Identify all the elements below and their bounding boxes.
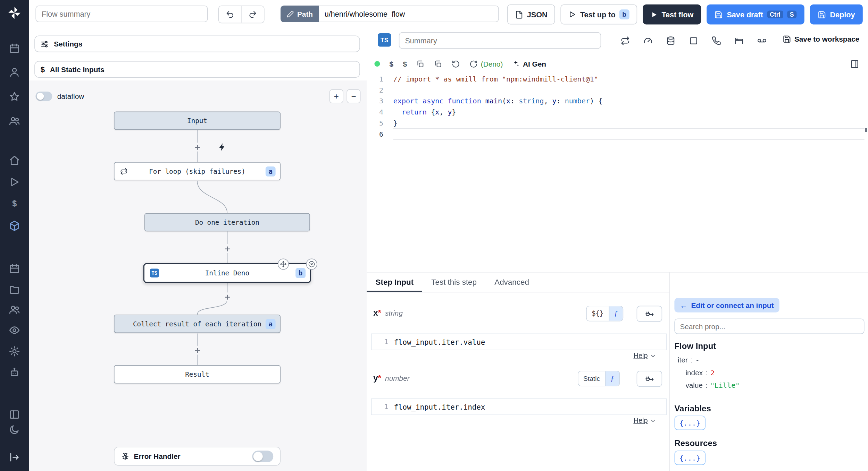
- function-mode-option[interactable]: ƒ: [605, 371, 619, 386]
- json-button-label: JSON: [527, 10, 548, 19]
- ai-gen-label: AI Gen: [523, 60, 546, 68]
- square-icon[interactable]: [686, 33, 701, 48]
- node-collect-result[interactable]: Collect result of each iteration a: [114, 315, 281, 333]
- delete-node-button[interactable]: [306, 259, 317, 270]
- add-step-button[interactable]: [223, 244, 232, 253]
- docs-book-icon[interactable]: [847, 57, 862, 71]
- settings-gear-icon[interactable]: [9, 346, 20, 357]
- voicemail-icon[interactable]: [754, 33, 769, 48]
- reload-runtime-button[interactable]: (Deno): [470, 60, 503, 68]
- json-button[interactable]: JSON: [507, 5, 555, 25]
- phone-icon[interactable]: [709, 33, 724, 48]
- redo-button[interactable]: [241, 6, 264, 23]
- windmill-logo-icon[interactable]: [7, 6, 22, 20]
- node-result[interactable]: Result: [114, 365, 281, 384]
- chevron-down-icon: [650, 418, 656, 424]
- add-step-button[interactable]: [223, 292, 232, 301]
- trigger-bolt-icon[interactable]: [218, 143, 227, 152]
- path-edit-button[interactable]: Path: [281, 6, 319, 22]
- eye-icon[interactable]: [9, 325, 20, 336]
- copy-icon[interactable]: [434, 60, 442, 68]
- variables-dollar-icon[interactable]: $: [9, 198, 20, 209]
- prop-row-iter[interactable]: iter:-: [678, 356, 700, 364]
- node-input[interactable]: Input: [114, 112, 281, 130]
- field-x-connect-button[interactable]: [637, 306, 662, 322]
- team-icon[interactable]: [9, 304, 20, 315]
- field-y-help-link[interactable]: Help: [633, 417, 656, 425]
- star-icon[interactable]: [9, 91, 20, 102]
- user-icon[interactable]: [9, 67, 20, 78]
- add-step-button[interactable]: [193, 346, 202, 355]
- flow-summary-input[interactable]: [35, 6, 208, 22]
- step-summary-input[interactable]: [399, 32, 601, 49]
- edit-or-connect-button[interactable]: ← Edit or connect an input: [674, 298, 779, 312]
- node-do-one-iteration[interactable]: Do one iteration: [144, 213, 310, 231]
- tab-advanced[interactable]: Advanced: [486, 273, 538, 292]
- error-handler-label: Error Handler: [134, 452, 181, 460]
- database-icon[interactable]: [663, 33, 678, 48]
- overview-ruler-mark: [865, 128, 867, 132]
- prop-row-value[interactable]: value:"Lille": [685, 381, 740, 389]
- plug-arrow-icon: [644, 309, 654, 319]
- all-static-inputs-button[interactable]: $ All Static Inputs: [34, 61, 360, 78]
- error-handler-toggle[interactable]: [252, 450, 273, 462]
- field-x-mode-toggle[interactable]: ${} ƒ: [586, 306, 624, 322]
- function-mode-option[interactable]: ƒ: [609, 306, 623, 321]
- users-icon[interactable]: [9, 115, 20, 127]
- undo-button[interactable]: [219, 6, 241, 23]
- field-y-connect-button[interactable]: [637, 371, 662, 387]
- package-icon[interactable]: [9, 220, 20, 231]
- sliders-icon: [41, 40, 49, 48]
- panels-icon[interactable]: [9, 409, 20, 420]
- path-input[interactable]: [319, 6, 499, 22]
- node-result-label: Result: [185, 370, 209, 378]
- static-mode-option[interactable]: Static: [578, 371, 605, 386]
- sleep-icon[interactable]: [732, 33, 746, 48]
- expr-mode-option[interactable]: ${}: [587, 306, 609, 321]
- loop-icon[interactable]: [618, 33, 632, 48]
- test-up-to-label: Test up to: [580, 10, 616, 19]
- save-draft-button[interactable]: Save draft Ctrl S: [707, 5, 804, 25]
- tab-test-this-step[interactable]: Test this step: [423, 273, 486, 292]
- runtime-label: (Deno): [481, 60, 503, 68]
- node-badge: a: [266, 319, 276, 329]
- test-flow-button[interactable]: Test flow: [643, 5, 701, 25]
- variables-expand-button[interactable]: {...}: [674, 416, 705, 430]
- node-for-loop[interactable]: For loop (skip failures) a: [114, 162, 281, 180]
- gauge-icon[interactable]: [641, 33, 655, 48]
- home-icon[interactable]: [9, 155, 20, 166]
- bug-icon: [121, 452, 130, 460]
- runs-play-icon[interactable]: [9, 177, 20, 188]
- resources-expand-button[interactable]: {...}: [674, 451, 705, 465]
- search-prop-input[interactable]: [674, 318, 864, 334]
- copy-icon[interactable]: [416, 60, 425, 68]
- field-x-expression: flow_input.iter.value: [394, 338, 485, 346]
- field-y-expression-editor[interactable]: 1 flow_input.iter.index: [371, 399, 667, 415]
- dollar-icon[interactable]: $: [403, 60, 407, 68]
- dark-mode-moon-icon[interactable]: [9, 424, 20, 435]
- calendar-icon[interactable]: [9, 43, 20, 54]
- deploy-button[interactable]: Deploy: [810, 5, 863, 25]
- dollar-icon[interactable]: $: [390, 60, 394, 68]
- ai-gen-button[interactable]: AI Gen: [512, 60, 546, 68]
- test-up-to-button[interactable]: Test up to b: [561, 5, 637, 25]
- reset-icon[interactable]: [452, 60, 460, 68]
- code-lines: // import * as wmill from "npm:windmill-…: [393, 74, 865, 139]
- field-x-expression-editor[interactable]: 1 flow_input.iter.value: [371, 334, 667, 350]
- tab-step-input[interactable]: Step Input: [367, 273, 423, 292]
- folder-icon[interactable]: [9, 284, 20, 295]
- move-node-handle[interactable]: [278, 259, 289, 270]
- schedules-calendar-icon[interactable]: [9, 263, 20, 274]
- expand-rail-icon[interactable]: [9, 452, 20, 463]
- node-inline-deno[interactable]: TS Inline Deno b: [143, 263, 311, 283]
- path-label: Path: [297, 10, 313, 18]
- add-step-button[interactable]: [193, 143, 202, 152]
- field-y-expression: flow_input.iter.index: [394, 403, 485, 411]
- code-editor[interactable]: 123456 // import * as wmill from "npm:wi…: [367, 74, 868, 272]
- flow-settings-button[interactable]: Settings: [34, 35, 360, 52]
- field-x-help-link[interactable]: Help: [633, 352, 656, 359]
- bot-icon[interactable]: [9, 367, 20, 378]
- save-to-workspace-button[interactable]: Save to workspace: [783, 35, 859, 43]
- field-y-mode-toggle[interactable]: Static ƒ: [578, 371, 620, 386]
- prop-row-index[interactable]: index:2: [685, 368, 715, 377]
